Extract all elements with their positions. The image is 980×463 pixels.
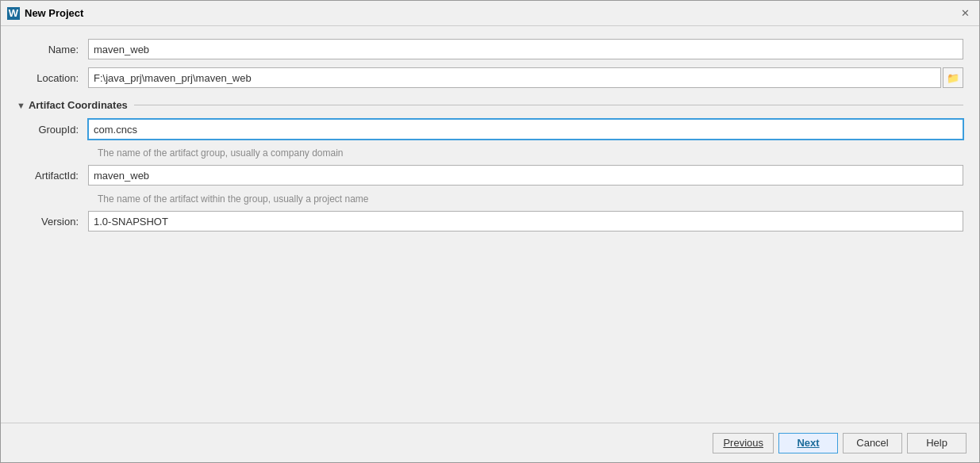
- version-label: Version:: [17, 216, 88, 228]
- previous-label: Previous: [723, 437, 763, 449]
- cancel-button[interactable]: Cancel: [843, 433, 902, 453]
- help-button[interactable]: Help: [907, 433, 967, 453]
- location-input-wrap: 📁: [88, 67, 963, 88]
- dialog-title: New Project: [25, 7, 952, 19]
- close-icon: ✕: [961, 7, 970, 19]
- browse-icon: 📁: [947, 72, 959, 84]
- location-label: Location:: [17, 72, 88, 84]
- artifactid-row: ArtifactId:: [17, 165, 963, 186]
- artifactid-hint: The name of the artifact within the grou…: [98, 193, 963, 205]
- section-toggle-icon[interactable]: ▼: [17, 101, 25, 110]
- groupid-hint: The name of the artifact group, usually …: [98, 147, 963, 159]
- groupid-label: GroupId:: [17, 124, 88, 136]
- version-input[interactable]: [88, 211, 963, 232]
- dialog-footer: Previous Next Cancel Help: [1, 423, 979, 462]
- location-row: Location: 📁: [17, 67, 963, 88]
- previous-button[interactable]: Previous: [713, 433, 774, 453]
- location-input[interactable]: [88, 67, 941, 88]
- new-project-dialog: W New Project ✕ Name: Location: 📁 ▼ Art: [0, 0, 980, 463]
- close-button[interactable]: ✕: [957, 6, 973, 21]
- groupid-row: GroupId:: [17, 119, 963, 140]
- name-label: Name:: [17, 44, 88, 55]
- name-row: Name:: [17, 39, 963, 59]
- artifact-section-title: Artifact Coordinates: [29, 99, 128, 111]
- name-input[interactable]: [88, 39, 963, 59]
- app-icon: W: [7, 7, 20, 20]
- dialog-content: Name: Location: 📁 ▼ Artifact Coordinates…: [1, 26, 979, 423]
- groupid-input[interactable]: [88, 119, 963, 140]
- artifactid-input[interactable]: [88, 165, 963, 186]
- next-button[interactable]: Next: [778, 433, 838, 453]
- section-divider: [134, 105, 963, 105]
- help-label: Help: [926, 437, 947, 449]
- version-row: Version:: [17, 211, 963, 232]
- browse-button[interactable]: 📁: [943, 67, 963, 88]
- next-label: Next: [797, 437, 819, 449]
- artifact-section-header: ▼ Artifact Coordinates: [17, 99, 963, 111]
- cancel-label: Cancel: [856, 437, 888, 449]
- artifactid-label: ArtifactId:: [17, 170, 88, 182]
- title-bar: W New Project ✕: [1, 1, 979, 26]
